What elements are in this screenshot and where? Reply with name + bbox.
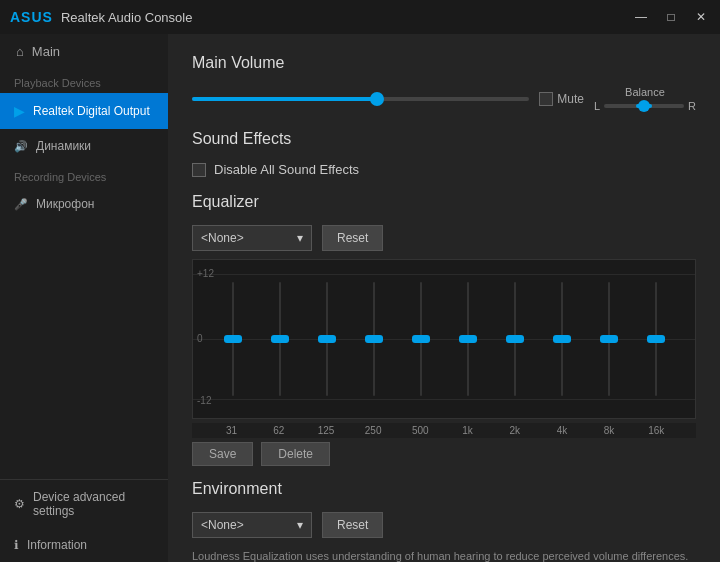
sidebar: Main Playback Devices ▶ Realtek Digital … bbox=[0, 34, 168, 562]
eq-freq-4k: 4k bbox=[547, 425, 577, 436]
eq-thumb-250[interactable] bbox=[365, 335, 383, 343]
eq-track-2k bbox=[514, 282, 516, 396]
realtek-output-icon: ▶ bbox=[14, 103, 25, 119]
volume-row: Mute Balance L R bbox=[192, 86, 696, 112]
eq-band-62[interactable] bbox=[272, 282, 288, 396]
titlebar-left: ASUS Realtek Audio Console bbox=[10, 9, 192, 25]
eq-thumb-1k[interactable] bbox=[459, 335, 477, 343]
disable-sound-effects-row[interactable]: Disable All Sound Effects bbox=[192, 162, 696, 177]
information-label: Information bbox=[27, 538, 87, 552]
eq-thumb-2k[interactable] bbox=[506, 335, 524, 343]
info-icon bbox=[14, 538, 19, 552]
balance-l-label: L bbox=[594, 100, 600, 112]
sidebar-item-information[interactable]: Information bbox=[0, 528, 168, 562]
eq-label-zero: 0 bbox=[197, 333, 203, 344]
eq-reset-button[interactable]: Reset bbox=[322, 225, 383, 251]
eq-thumb-31[interactable] bbox=[224, 335, 242, 343]
eq-track-31 bbox=[232, 282, 234, 396]
eq-header: <None> Reset bbox=[192, 225, 696, 251]
sound-effects-title: Sound Effects bbox=[192, 130, 696, 148]
sound-effects-section: Sound Effects Disable All Sound Effects bbox=[192, 130, 696, 177]
volume-slider[interactable] bbox=[192, 97, 529, 101]
speaker-icon bbox=[14, 139, 28, 153]
eq-band-1k[interactable] bbox=[460, 282, 476, 396]
balance-slider[interactable] bbox=[604, 104, 684, 108]
eq-band-250[interactable] bbox=[366, 282, 382, 396]
env-preset-dropdown[interactable]: <None> bbox=[192, 512, 312, 538]
balance-section: Balance L R bbox=[594, 86, 696, 112]
eq-band-4k[interactable] bbox=[554, 282, 570, 396]
env-chevron-icon bbox=[297, 518, 303, 532]
disable-sound-effects-label: Disable All Sound Effects bbox=[214, 162, 359, 177]
minimize-button[interactable]: — bbox=[632, 8, 650, 26]
eq-thumb-8k[interactable] bbox=[600, 335, 618, 343]
balance-r-label: R bbox=[688, 100, 696, 112]
eq-freq-62: 62 bbox=[264, 425, 294, 436]
env-header: <None> Reset bbox=[192, 512, 696, 538]
close-button[interactable]: ✕ bbox=[692, 8, 710, 26]
eq-save-button[interactable]: Save bbox=[192, 442, 253, 466]
playback-section-label: Playback Devices bbox=[0, 69, 168, 93]
balance-row: L R bbox=[594, 100, 696, 112]
app-title: Realtek Audio Console bbox=[61, 10, 193, 25]
eq-track-16k bbox=[655, 282, 657, 396]
eq-band-8k[interactable] bbox=[601, 282, 617, 396]
sidebar-item-speakers[interactable]: Динамики bbox=[0, 129, 168, 163]
content-area: Main Volume Mute Balance L R bbox=[168, 34, 720, 562]
eq-freq-500: 500 bbox=[405, 425, 435, 436]
microphone-label: Микрофон bbox=[36, 197, 94, 211]
equalizer-title: Equalizer bbox=[192, 193, 696, 211]
eq-track-250 bbox=[373, 282, 375, 396]
eq-freq-1k: 1k bbox=[453, 425, 483, 436]
eq-label-minus12: -12 bbox=[197, 395, 211, 406]
loudness-section: Loudness Equalization uses understanding… bbox=[192, 550, 696, 562]
eq-band-500[interactable] bbox=[413, 282, 429, 396]
eq-track-8k bbox=[608, 282, 610, 396]
eq-label-plus12: +12 bbox=[197, 268, 214, 279]
sidebar-item-device-advanced[interactable]: Device advanced settings bbox=[0, 480, 168, 528]
mute-label[interactable]: Mute bbox=[539, 92, 584, 106]
mute-checkbox[interactable] bbox=[539, 92, 553, 106]
balance-label: Balance bbox=[625, 86, 665, 98]
eq-delete-button[interactable]: Delete bbox=[261, 442, 330, 466]
eq-freq-31: 31 bbox=[217, 425, 247, 436]
sidebar-item-main[interactable]: Main bbox=[0, 34, 168, 69]
eq-thumb-125[interactable] bbox=[318, 335, 336, 343]
eq-thumb-16k[interactable] bbox=[647, 335, 665, 343]
eq-preset-dropdown[interactable]: <None> bbox=[192, 225, 312, 251]
eq-grid-top bbox=[193, 274, 695, 275]
realtek-digital-output-label: Realtek Digital Output bbox=[33, 104, 150, 118]
balance-thumb[interactable] bbox=[638, 100, 650, 112]
eq-thumb-62[interactable] bbox=[271, 335, 289, 343]
sidebar-item-realtek-digital-output[interactable]: ▶ Realtek Digital Output bbox=[0, 93, 168, 129]
eq-track-62 bbox=[279, 282, 281, 396]
volume-fill bbox=[192, 97, 377, 101]
eq-grid-bot bbox=[193, 399, 695, 400]
mic-icon bbox=[14, 197, 28, 211]
eq-band-31[interactable] bbox=[225, 282, 241, 396]
eq-thumb-500[interactable] bbox=[412, 335, 430, 343]
volume-thumb[interactable] bbox=[370, 92, 384, 106]
home-icon bbox=[16, 44, 24, 59]
eq-track-1k bbox=[467, 282, 469, 396]
maximize-button[interactable]: □ bbox=[662, 8, 680, 26]
eq-actions: Save Delete bbox=[192, 442, 696, 466]
device-advanced-label: Device advanced settings bbox=[33, 490, 154, 518]
eq-freq-125: 125 bbox=[311, 425, 341, 436]
env-reset-button[interactable]: Reset bbox=[322, 512, 383, 538]
titlebar-controls: — □ ✕ bbox=[632, 8, 710, 26]
eq-band-16k[interactable] bbox=[648, 282, 664, 396]
eq-band-125[interactable] bbox=[319, 282, 335, 396]
app-body: Main Playback Devices ▶ Realtek Digital … bbox=[0, 34, 720, 562]
disable-sound-effects-checkbox[interactable] bbox=[192, 163, 206, 177]
eq-graph: +12 0 -12 bbox=[192, 259, 696, 419]
eq-thumb-4k[interactable] bbox=[553, 335, 571, 343]
gear-icon bbox=[14, 497, 25, 511]
eq-track-125 bbox=[326, 282, 328, 396]
eq-band-2k[interactable] bbox=[507, 282, 523, 396]
eq-freq-labels: 31 62 125 250 500 1k 2k 4k 8k 16k bbox=[192, 423, 696, 438]
sidebar-item-microphone[interactable]: Микрофон bbox=[0, 187, 168, 221]
loudness-description: Loudness Equalization uses understanding… bbox=[192, 550, 696, 562]
chevron-down-icon bbox=[297, 231, 303, 245]
eq-freq-16k: 16k bbox=[641, 425, 671, 436]
